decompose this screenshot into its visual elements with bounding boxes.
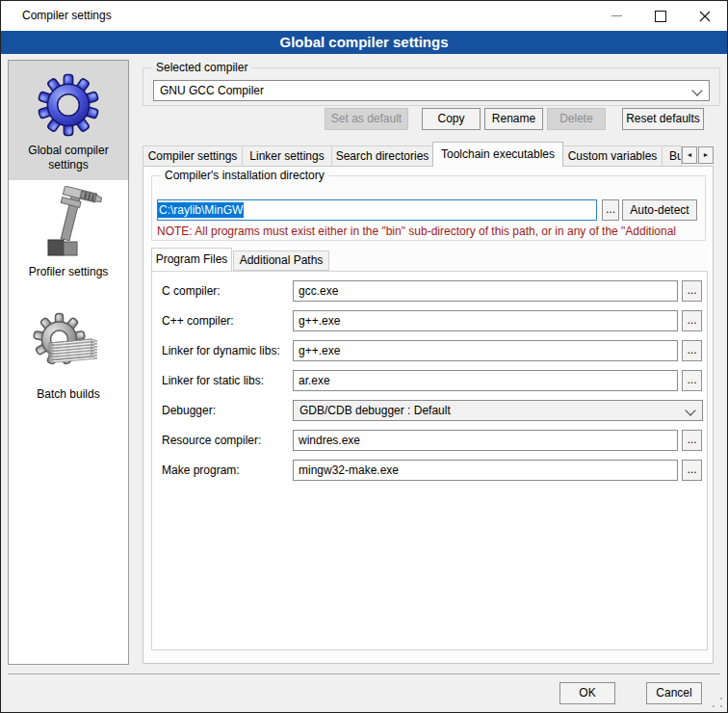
tab-scroll-right-icon[interactable]: ► <box>698 146 714 164</box>
debugger-dropdown[interactable]: GDB/CDB debugger : Default <box>293 400 703 421</box>
cpp-compiler-browse-button[interactable]: ... <box>682 310 702 331</box>
sidebar-item-label: Batch builds <box>9 385 128 409</box>
copy-button[interactable]: Copy <box>422 108 481 130</box>
close-icon <box>699 11 711 22</box>
tab-build-options[interactable]: Build <box>662 145 682 167</box>
resize-grip-icon[interactable] <box>720 705 722 707</box>
debugger-value: GDB/CDB debugger : Default <box>299 401 451 420</box>
linker-dynamic-browse-button[interactable]: ... <box>682 340 702 361</box>
footer-separator <box>8 673 720 674</box>
sidebar-item-batch-builds[interactable]: Batch builds <box>9 308 128 409</box>
subtab-program-files[interactable]: Program Files <box>151 248 232 271</box>
installation-directory-group: Compiler's installation directory C:\ray… <box>151 175 706 241</box>
installation-directory-value: C:\raylib\MinGW <box>158 202 244 218</box>
sidebar-item-label: Profiler settings <box>9 263 128 287</box>
toolchain-executables-panel: Compiler's installation directory C:\ray… <box>143 166 714 664</box>
resource-compiler-label: Resource compiler: <box>162 430 261 451</box>
debugger-label: Debugger: <box>162 400 216 421</box>
rename-button[interactable]: Rename <box>484 108 543 130</box>
selected-compiler-dropdown[interactable]: GNU GCC Compiler <box>153 80 710 101</box>
sidebar-item-global-compiler-settings[interactable]: Global compiler settings <box>9 61 128 180</box>
gear-icon <box>37 73 100 137</box>
c-compiler-browse-button[interactable]: ... <box>682 280 702 302</box>
close-button[interactable] <box>690 1 719 31</box>
sidebar-item-profiler-settings[interactable]: Profiler settings <box>9 186 128 287</box>
minimize-icon <box>611 15 622 16</box>
make-program-input[interactable]: mingw32-make.exe <box>293 460 678 481</box>
tab-search-directories[interactable]: Search directories <box>331 145 433 167</box>
installation-directory-group-label: Compiler's installation directory <box>161 169 328 182</box>
tab-scroll-left-icon[interactable]: ◄ <box>682 146 697 164</box>
ok-button[interactable]: OK <box>559 682 615 704</box>
auto-detect-button[interactable]: Auto-detect <box>622 199 697 221</box>
maximize-button[interactable] <box>646 1 675 31</box>
sidebar: Global compiler settings <box>8 60 129 665</box>
installation-directory-field[interactable]: C:\raylib\MinGW <box>157 199 597 221</box>
c-compiler-label: C compiler: <box>162 280 221 302</box>
tab-toolchain-executables[interactable]: Toolchain executables <box>432 142 563 167</box>
set-as-default-button[interactable]: Set as default <box>325 108 408 130</box>
chevron-down-icon <box>685 405 695 415</box>
tab-linker-settings[interactable]: Linker settings <box>242 145 332 167</box>
make-program-label: Make program: <box>162 460 240 481</box>
delete-button[interactable]: Delete <box>547 108 606 130</box>
selected-compiler-group-label: Selected compiler <box>152 61 251 74</box>
chevron-down-icon <box>691 85 702 95</box>
page-title: Global compiler settings <box>1 31 727 54</box>
linker-dynamic-label: Linker for dynamic libs: <box>162 340 280 361</box>
caliper-icon <box>35 186 102 263</box>
linker-static-input[interactable]: ar.exe <box>293 370 678 391</box>
linker-static-browse-button[interactable]: ... <box>682 370 702 391</box>
tab-custom-variables[interactable]: Custom variables <box>562 145 663 167</box>
linker-dynamic-input[interactable]: g++.exe <box>293 340 678 361</box>
subtab-additional-paths[interactable]: Additional Paths <box>233 251 329 271</box>
cpp-compiler-label: C++ compiler: <box>162 310 234 331</box>
linker-static-label: Linker for static libs: <box>162 370 264 391</box>
cpp-compiler-input[interactable]: g++.exe <box>293 310 678 331</box>
selected-compiler-group: Selected compiler GNU GCC Compiler <box>143 67 720 106</box>
browse-directory-button[interactable]: ... <box>602 199 619 221</box>
titlebar: Compiler settings <box>1 1 727 31</box>
reset-defaults-button[interactable]: Reset defaults <box>622 108 704 130</box>
batch-builds-icon <box>32 310 105 383</box>
resource-compiler-input[interactable]: windres.exe <box>293 430 678 451</box>
resource-compiler-browse-button[interactable]: ... <box>682 430 702 451</box>
minimize-button[interactable] <box>602 1 631 31</box>
sidebar-item-label: Global compiler settings <box>9 142 128 180</box>
bin-subdirectory-note: NOTE: All programs must exist either in … <box>157 224 702 238</box>
program-files-panel: C compiler: gcc.exe ... C++ compiler: g+… <box>151 271 708 650</box>
selected-compiler-value: GNU GCC Compiler <box>160 81 264 100</box>
window-title: Compiler settings <box>22 1 112 31</box>
compiler-settings-dialog: Compiler settings Global compiler settin… <box>0 0 728 713</box>
tab-compiler-settings[interactable]: Compiler settings <box>143 145 243 167</box>
maximize-icon <box>655 11 666 22</box>
cancel-button[interactable]: Cancel <box>646 682 702 704</box>
make-program-browse-button[interactable]: ... <box>682 460 702 481</box>
c-compiler-input[interactable]: gcc.exe <box>293 280 678 302</box>
